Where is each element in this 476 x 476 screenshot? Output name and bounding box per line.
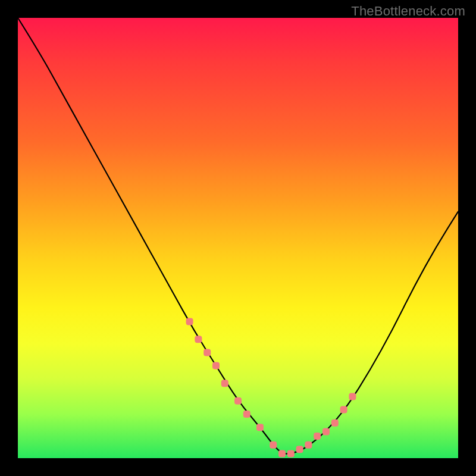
- chart-frame: TheBottleneck.com: [0, 0, 476, 476]
- highlight-dot: [349, 393, 356, 400]
- highlight-dot: [234, 397, 242, 405]
- highlight-dot: [270, 441, 277, 449]
- plot-area: [18, 18, 458, 458]
- highlight-dot: [296, 446, 303, 453]
- highlight-dot: [331, 419, 339, 427]
- highlight-dot-group: [186, 318, 356, 458]
- highlight-dot: [340, 406, 347, 414]
- watermark-text: TheBottleneck.com: [351, 4, 465, 19]
- highlight-dot: [212, 362, 220, 369]
- curve-svg: [18, 18, 458, 458]
- highlight-dot: [305, 441, 312, 449]
- highlight-dot: [322, 428, 330, 436]
- highlight-dot: [287, 450, 295, 458]
- highlight-dot: [195, 336, 202, 343]
- highlight-dot: [278, 450, 286, 458]
- highlight-dot: [243, 411, 250, 418]
- highlight-dot: [314, 433, 321, 440]
- highlight-dot: [203, 349, 211, 356]
- highlight-dot: [221, 380, 228, 387]
- highlight-dot: [256, 424, 264, 431]
- bottleneck-curve-line: [18, 18, 458, 454]
- highlight-dot: [186, 318, 193, 325]
